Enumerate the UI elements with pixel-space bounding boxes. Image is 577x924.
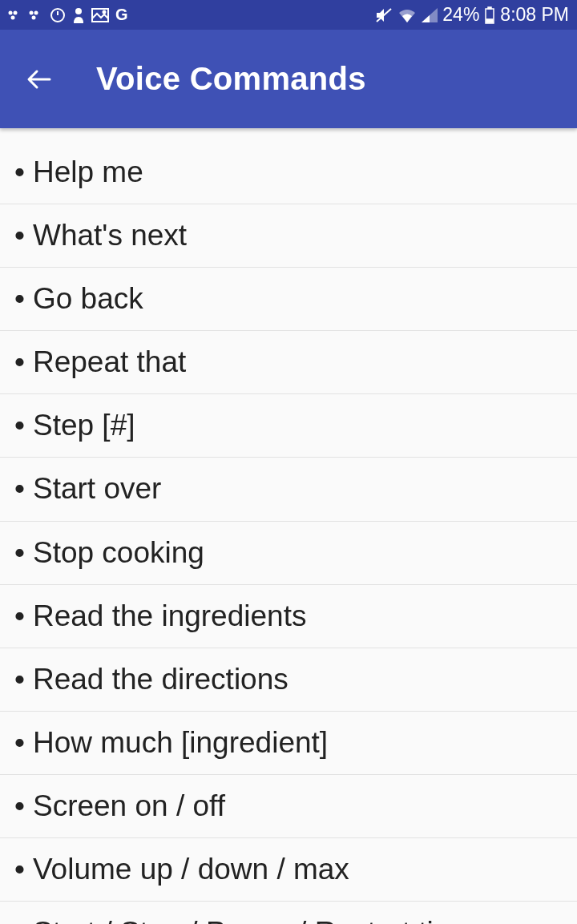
svg-point-4 bbox=[34, 10, 38, 14]
clock-time: 8:08 PM bbox=[500, 4, 569, 26]
bullet-icon: • bbox=[14, 597, 25, 636]
wifi-icon bbox=[397, 8, 417, 22]
bullet-icon: • bbox=[14, 343, 25, 381]
bullet-icon: • bbox=[14, 153, 25, 192]
command-text: How much [ingredient] bbox=[33, 724, 563, 762]
list-item: • Read the directions bbox=[0, 648, 577, 712]
bullet-icon: • bbox=[14, 216, 25, 255]
bullet-icon: • bbox=[14, 470, 25, 508]
command-text: Repeat that bbox=[33, 343, 563, 381]
list-item: • Start / Stop / Pause / Restart timer bbox=[0, 902, 577, 924]
svg-point-7 bbox=[75, 8, 82, 14]
command-text: Go back bbox=[33, 280, 563, 318]
svg-point-0 bbox=[9, 10, 13, 14]
battery-percent: 24% bbox=[442, 4, 479, 26]
commands-list: • Help me • What's next • Go back • Repe… bbox=[0, 128, 577, 924]
bullet-icon: • bbox=[14, 724, 25, 762]
bullet-icon: • bbox=[14, 787, 25, 825]
bullet-icon: • bbox=[14, 280, 25, 318]
google-g-icon: G bbox=[115, 6, 128, 24]
list-item: • Stop cooking bbox=[0, 522, 577, 585]
battery-icon bbox=[484, 6, 495, 24]
command-text: Help me bbox=[33, 153, 563, 192]
command-text: Read the ingredients bbox=[33, 597, 563, 636]
status-right: 24% 8:08 PM bbox=[375, 4, 569, 26]
command-text: Start / Stop / Pause / Restart timer bbox=[33, 914, 563, 924]
list-item: • Start over bbox=[0, 458, 577, 521]
command-text: Screen on / off bbox=[33, 787, 563, 825]
status-bar: G 24% 8:08 PM bbox=[0, 0, 577, 30]
list-item: • Go back bbox=[0, 268, 577, 331]
bullet-icon: • bbox=[14, 660, 25, 699]
list-item: • What's next bbox=[0, 204, 577, 268]
svg-point-9 bbox=[103, 10, 106, 13]
svg-rect-13 bbox=[486, 19, 493, 22]
app-bar: Voice Commands bbox=[0, 30, 577, 128]
list-item: • Read the ingredients bbox=[0, 585, 577, 648]
command-text: Volume up / down / max bbox=[33, 850, 563, 889]
list-item: • Repeat that bbox=[0, 331, 577, 394]
mute-icon bbox=[375, 7, 393, 23]
svg-rect-12 bbox=[488, 7, 491, 9]
command-text: Start over bbox=[33, 470, 563, 508]
back-button[interactable] bbox=[16, 55, 64, 103]
picture-icon bbox=[91, 8, 109, 22]
arrow-left-icon bbox=[24, 63, 56, 95]
bullet-icon: • bbox=[14, 914, 25, 924]
list-item: • Step [#] bbox=[0, 394, 577, 458]
page-title: Voice Commands bbox=[96, 61, 366, 97]
svg-point-5 bbox=[32, 15, 36, 19]
command-text: What's next bbox=[33, 216, 563, 255]
command-text: Step [#] bbox=[33, 406, 563, 445]
svg-point-2 bbox=[11, 15, 15, 19]
power-icon bbox=[50, 7, 66, 23]
svg-point-3 bbox=[30, 10, 34, 14]
notification-dots-icon bbox=[8, 10, 22, 21]
list-item: • Screen on / off bbox=[0, 775, 577, 838]
bullet-icon: • bbox=[14, 850, 25, 889]
bullet-icon: • bbox=[14, 406, 25, 445]
status-left-icons: G bbox=[8, 6, 128, 24]
command-text: Read the directions bbox=[33, 660, 563, 699]
bullet-icon: • bbox=[14, 534, 25, 572]
list-item: • Volume up / down / max bbox=[0, 838, 577, 902]
person-icon bbox=[72, 7, 85, 23]
command-text: Stop cooking bbox=[33, 534, 563, 572]
notification-dots-icon-2 bbox=[29, 10, 43, 21]
list-item: • Help me bbox=[0, 138, 577, 204]
list-item: • How much [ingredient] bbox=[0, 712, 577, 775]
signal-icon bbox=[422, 8, 438, 22]
svg-point-1 bbox=[14, 10, 18, 14]
